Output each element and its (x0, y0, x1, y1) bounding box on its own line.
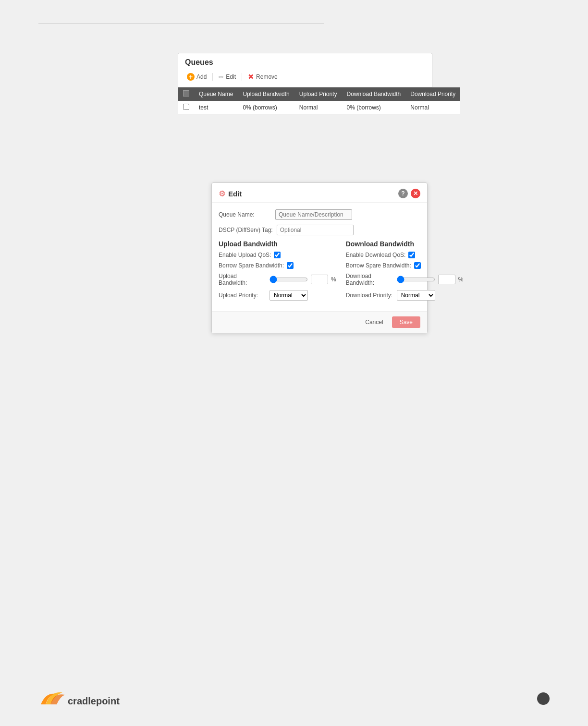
dscp-row: DSCP (DiffServ) Tag: (219, 225, 420, 235)
enable-upload-row: Enable Upload QoS: (219, 252, 336, 258)
remove-label: Remove (256, 73, 278, 80)
cell-download-priority: Normal (405, 101, 460, 115)
upload-priority-select[interactable]: Normal High Low (270, 290, 308, 301)
toolbar-divider-1 (212, 73, 213, 81)
cancel-button[interactable]: Cancel (360, 316, 388, 328)
borrow-download-checkbox[interactable] (414, 262, 421, 269)
download-bandwidth-label: Download Bandwidth: (346, 273, 394, 286)
cell-upload-priority: Normal (294, 101, 342, 115)
upload-bandwidth-row: Upload Bandwidth: 0 % (219, 273, 336, 286)
top-divider (38, 23, 324, 24)
col-header-upload-bandwidth: Upload Bandwidth (238, 87, 294, 101)
queues-table: Queue Name Upload Bandwidth Upload Prior… (178, 87, 460, 115)
help-button[interactable]: ? (398, 189, 408, 198)
col-header-queue-name: Queue Name (194, 87, 238, 101)
upload-section-title: Upload Bandwidth (219, 240, 336, 248)
remove-button[interactable]: ✖ Remove (246, 72, 280, 82)
edit-dialog: ⚙ Edit ? ✕ Queue Name: DSCP (DiffServ) T… (211, 182, 428, 333)
enable-download-label: Enable Download QoS: (346, 252, 406, 258)
add-icon: + (187, 73, 195, 81)
bandwidth-section: Upload Bandwidth Enable Upload QoS: Borr… (219, 240, 420, 304)
footer-circle-icon (537, 692, 550, 705)
queue-name-row: Queue Name: (219, 209, 420, 220)
borrow-upload-row: Borrow Spare Bandwidth: (219, 262, 336, 269)
enable-upload-label: Enable Upload QoS: (219, 252, 271, 258)
gear-icon: ⚙ (219, 189, 225, 198)
close-button[interactable]: ✕ (411, 189, 420, 198)
download-percent-label: % (458, 276, 464, 283)
edit-title-text: Edit (228, 190, 242, 198)
add-button[interactable]: + Add (185, 72, 208, 82)
download-bandwidth-input[interactable]: 0 (438, 275, 455, 284)
upload-bandwidth-label: Upload Bandwidth: (219, 273, 267, 286)
col-header-download-bandwidth: Download Bandwidth (342, 87, 405, 101)
download-priority-label: Download Priority: (346, 292, 394, 299)
borrow-upload-label: Borrow Spare Bandwidth: (219, 262, 284, 269)
queue-name-input[interactable] (275, 209, 352, 220)
download-bandwidth-col: Download Bandwidth Enable Download QoS: … (346, 240, 464, 304)
table-row: test 0% (borrows) Normal 0% (borrows) No… (178, 101, 460, 115)
cradlepoint-logo: cradlepoint (38, 690, 120, 707)
edit-dialog-body: Queue Name: DSCP (DiffServ) Tag: Upload … (212, 203, 427, 311)
table-header-row: Queue Name Upload Bandwidth Upload Prior… (178, 87, 460, 101)
upload-priority-row: Upload Priority: Normal High Low (219, 290, 336, 301)
queues-toolbar: + Add ✏ Edit ✖ Remove (185, 70, 425, 84)
queues-title: Queues (185, 58, 425, 67)
edit-dialog-footer: Cancel Save (212, 311, 427, 333)
dialog-header-icons: ? ✕ (398, 189, 420, 198)
queue-name-label: Queue Name: (219, 211, 271, 218)
upload-percent-label: % (331, 276, 336, 283)
cell-upload-bandwidth: 0% (borrows) (238, 101, 294, 115)
upload-bandwidth-input[interactable]: 0 (311, 275, 328, 284)
toolbar-divider-2 (242, 73, 242, 81)
row-checkbox-cell[interactable] (178, 101, 194, 115)
edit-button[interactable]: ✏ Edit (217, 73, 238, 82)
col-header-download-priority: Download Priority (405, 87, 460, 101)
col-header-upload-priority: Upload Priority (294, 87, 342, 101)
enable-upload-checkbox[interactable] (274, 252, 281, 258)
download-section-title: Download Bandwidth (346, 240, 464, 248)
row-checkbox[interactable] (183, 104, 189, 110)
edit-dialog-header: ⚙ Edit ? ✕ (212, 183, 427, 203)
upload-priority-label: Upload Priority: (219, 292, 267, 299)
edit-icon: ✏ (219, 73, 224, 81)
remove-icon: ✖ (248, 73, 254, 81)
borrow-download-label: Borrow Spare Bandwidth: (346, 262, 411, 269)
dscp-input[interactable] (277, 225, 354, 235)
upload-bandwidth-slider[interactable] (270, 276, 308, 283)
col-header-checkbox (178, 87, 194, 101)
download-priority-select[interactable]: Normal High Low (397, 290, 435, 301)
cell-queue-name: test (194, 101, 238, 115)
logo-text: cradlepoint (68, 696, 120, 707)
queues-panel: Queues + Add ✏ Edit ✖ Remove Qu (178, 53, 432, 115)
edit-dialog-title: ⚙ Edit (219, 189, 242, 198)
borrow-upload-checkbox[interactable] (287, 262, 294, 269)
save-button[interactable]: Save (392, 316, 420, 328)
upload-bandwidth-col: Upload Bandwidth Enable Upload QoS: Borr… (219, 240, 336, 304)
header-checkbox-icon (183, 90, 189, 97)
enable-download-checkbox[interactable] (408, 252, 415, 258)
cradlepoint-wing-icon (38, 690, 65, 707)
edit-label: Edit (226, 73, 236, 80)
add-label: Add (196, 73, 207, 80)
download-priority-row: Download Priority: Normal High Low (346, 290, 464, 301)
cell-download-bandwidth: 0% (borrows) (342, 101, 405, 115)
download-bandwidth-slider[interactable] (397, 276, 435, 283)
borrow-download-row: Borrow Spare Bandwidth: (346, 262, 464, 269)
enable-download-row: Enable Download QoS: (346, 252, 464, 258)
download-bandwidth-row: Download Bandwidth: 0 % (346, 273, 464, 286)
dscp-label: DSCP (DiffServ) Tag: (219, 227, 273, 233)
queues-header: Queues + Add ✏ Edit ✖ Remove (178, 53, 432, 87)
footer: cradlepoint (38, 690, 550, 707)
